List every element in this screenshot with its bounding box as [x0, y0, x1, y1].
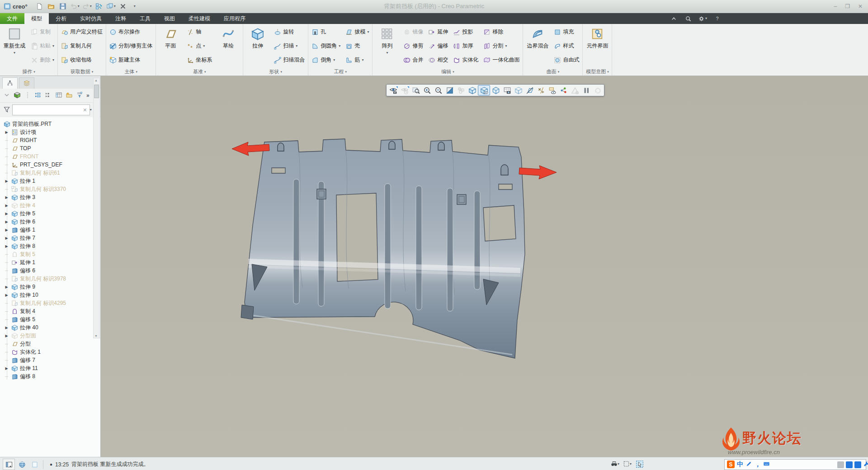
group-label-工程[interactable]: 工程▾: [308, 68, 372, 76]
tree-item-复制几何 标识3370[interactable]: ─复制几何 标识3370: [0, 185, 100, 193]
复制-button[interactable]: 复制: [29, 26, 56, 38]
ime-item[interactable]: S: [727, 461, 735, 468]
open-file-button[interactable]: [46, 1, 57, 11]
tree-item-偏移 1[interactable]: ▶偏移 1: [0, 226, 100, 234]
tree-item-分型面[interactable]: ▶分型面: [0, 332, 100, 340]
clear-search-icon[interactable]: ✕: [82, 107, 88, 113]
tree-filters-button[interactable]: [76, 91, 83, 100]
填充-button[interactable]: 填充: [552, 26, 581, 38]
加厚-button[interactable]: 加厚: [451, 40, 480, 52]
tree-item-背架前挡板.PRT[interactable]: 背架前挡板.PRT: [0, 120, 100, 128]
redo-button[interactable]: ▾: [81, 1, 93, 11]
ime-tool[interactable]: [846, 461, 853, 468]
收缩包络-button[interactable]: 收缩包络: [59, 54, 104, 66]
tree-item-TOP[interactable]: ─TOP: [0, 144, 100, 152]
tree-item-拉伸 11[interactable]: ▶拉伸 11: [0, 364, 100, 372]
show-cube-button[interactable]: [14, 91, 21, 100]
tree-item-拉伸 7[interactable]: ▶拉伸 7: [0, 234, 100, 242]
tab-文件[interactable]: 文件: [0, 13, 24, 24]
tree-item-实体化 1[interactable]: ─实体化 1: [0, 348, 100, 356]
simulation-display-button[interactable]: [558, 85, 569, 95]
拉伸-button[interactable]: 拉伸: [245, 24, 271, 67]
select-box-mode-button[interactable]: ▾: [622, 459, 633, 469]
平面-button[interactable]: 平面: [157, 24, 184, 67]
tree-item-拉伸 5[interactable]: ▶拉伸 5: [0, 209, 100, 218]
分割-button[interactable]: 分割▾: [481, 40, 521, 52]
saved-orientations-button[interactable]: [387, 85, 399, 95]
重新生成-button[interactable]: 重新生成▾: [1, 24, 28, 67]
tree-scrollbar-thumb[interactable]: [94, 85, 99, 98]
删除-button[interactable]: 删除▾: [29, 54, 56, 66]
实体化-button[interactable]: 实体化: [451, 54, 480, 66]
select-items-button[interactable]: [634, 459, 645, 469]
find-in-model-button[interactable]: ▾: [609, 459, 621, 469]
drag-handle-button[interactable]: [24, 91, 31, 100]
maximize-button[interactable]: ❐: [845, 3, 850, 9]
undo-button[interactable]: ▾: [69, 1, 80, 11]
zoom-out-button[interactable]: [433, 85, 444, 95]
样式-button[interactable]: 样式: [552, 40, 581, 52]
tree-item-PRT_CSYS_DEF[interactable]: ─PRT_CSYS_DEF: [0, 161, 100, 169]
model-tree-tab[interactable]: [2, 77, 18, 89]
group-label-模型意图[interactable]: 模型意图▾: [583, 68, 612, 76]
more-tools-button[interactable]: »: [86, 92, 90, 99]
tree-node-dropdown-button[interactable]: [3, 91, 10, 100]
一体化曲面-button[interactable]: 一体化曲面: [481, 54, 521, 66]
tree-item-延伸 1[interactable]: ─延伸 1: [0, 258, 100, 266]
tree-item-RIGHT[interactable]: ─RIGHT: [0, 136, 100, 144]
布尔操作-button[interactable]: 布尔操作: [108, 26, 154, 38]
复制几何-button[interactable]: 复制几何: [59, 40, 104, 52]
group-label-主体[interactable]: 主体▾: [106, 68, 156, 76]
tree-item-设计项[interactable]: ▶设计项: [0, 128, 100, 136]
阵列-button[interactable]: 阵列▾: [374, 24, 400, 67]
tree-item-拉伸 6[interactable]: ▶拉伸 6: [0, 218, 100, 226]
tree-item-FRONT[interactable]: ─FRONT: [0, 152, 100, 161]
偏移-button[interactable]: 偏移: [426, 40, 450, 52]
help-button[interactable]: ?: [712, 13, 722, 24]
ime-tool[interactable]: [854, 461, 861, 468]
minimize-button[interactable]: –: [834, 3, 837, 9]
tree-item-偏移 7[interactable]: ─偏移 7: [0, 356, 100, 364]
collapse-branches-button[interactable]: [45, 91, 52, 100]
粘贴-button[interactable]: 粘贴▾: [29, 40, 56, 52]
用户定义特征-button[interactable]: 用户定义特征: [59, 26, 104, 38]
resume-button[interactable]: [592, 85, 603, 95]
ime-tool[interactable]: [837, 461, 844, 468]
window-switch-button[interactable]: ▾: [105, 1, 117, 11]
tree-item-复制 5[interactable]: ─复制 5: [0, 250, 100, 258]
ime-item[interactable]: [745, 461, 752, 469]
previous-view-button[interactable]: [399, 85, 410, 95]
customize-toolbar-button[interactable]: ▾: [129, 1, 140, 11]
边界混合-button[interactable]: 边界混合: [524, 24, 551, 67]
close-button[interactable]: ✕: [858, 3, 863, 9]
tab-工具[interactable]: 工具: [133, 13, 157, 24]
tree-item-分型[interactable]: ─分型: [0, 340, 100, 348]
新建主体-button[interactable]: 新建主体: [108, 54, 154, 66]
panel-toggle-button[interactable]: [3, 459, 15, 470]
add-to-group-button[interactable]: [66, 91, 73, 100]
tree-item-复制 4[interactable]: ─复制 4: [0, 307, 100, 315]
旋转-button[interactable]: 旋转: [272, 26, 307, 38]
transparent-display-button[interactable]: [513, 85, 524, 95]
倒角-button[interactable]: 倒角▾: [310, 54, 342, 66]
new-file-button[interactable]: [34, 1, 45, 11]
tree-item-复制几何 标识4295[interactable]: ─复制几何 标识4295: [0, 299, 100, 307]
tree-item-偏移 5[interactable]: ─偏移 5: [0, 315, 100, 323]
tree-item-拉伸 8[interactable]: ▶拉伸 8: [0, 242, 100, 250]
tree-item-复制几何 标识3978[interactable]: ─复制几何 标识3978: [0, 275, 100, 283]
tab-注释[interactable]: 注释: [108, 13, 133, 24]
section-view-button[interactable]: [524, 85, 535, 95]
close-window-button[interactable]: [118, 1, 128, 11]
tree-item-拉伸 4[interactable]: ▶拉伸 4: [0, 201, 100, 209]
tab-柔性建模[interactable]: 柔性建模: [182, 13, 217, 24]
save-button[interactable]: [57, 1, 68, 11]
warnings-button[interactable]: [569, 85, 580, 95]
扫描混合-button[interactable]: 扫描混合: [272, 54, 307, 66]
command-search-button[interactable]: [683, 13, 693, 24]
tab-实时仿真[interactable]: 实时仿真: [73, 13, 108, 24]
tree-item-拉伸 10[interactable]: ▶拉伸 10: [0, 291, 100, 299]
regenerate-quick-button[interactable]: [94, 1, 104, 11]
tree-columns-button[interactable]: [55, 91, 62, 100]
拔模-button[interactable]: 拔模▾: [344, 26, 371, 38]
扫描-button[interactable]: 扫描▾: [272, 40, 307, 52]
